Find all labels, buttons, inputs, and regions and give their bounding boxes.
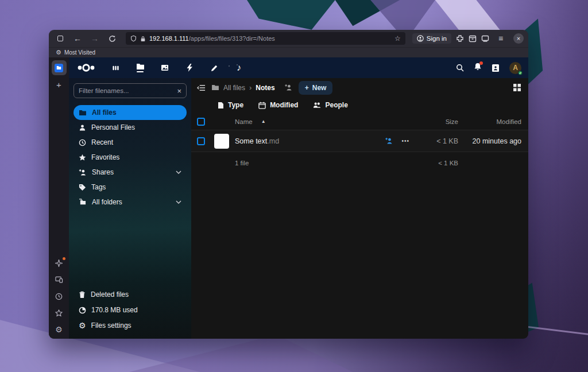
bookmarks-button[interactable] [55,308,64,317]
list-summary-row: 1 file < 1 KB [191,152,528,174]
filter-chip-label: Modified [270,101,298,109]
person-icon [79,124,86,131]
sidebar-item-shares[interactable]: Shares [74,165,187,180]
files-sidebar: × All files Personal Files Recent [69,78,191,339]
filter-filenames-box[interactable]: × [74,83,187,98]
toolbar-right-group: Sign in ≡ × [412,32,524,45]
nextcloud-header: ♪ A ✓ [69,57,528,78]
extensions-icon[interactable] [456,34,464,42]
url-path: /apps/files/files/313?dir=/Notes [189,35,275,42]
sidebar-item-all-files[interactable]: All files [74,105,187,120]
size-header-cell[interactable]: Size [409,118,458,125]
app-music[interactable]: ♪ [233,59,245,76]
sidebar-item-deleted-files[interactable]: Deleted files [74,287,187,302]
breadcrumb-current[interactable]: Notes [256,84,274,92]
url-bar[interactable]: 192.168.1.111/apps/files/files/313?dir=/… [126,32,405,45]
bookmark-gear-icon: ⚙ [56,49,61,56]
grid-view-toggle[interactable] [513,83,521,92]
app-activity[interactable] [183,59,196,76]
settings-button[interactable]: ⚙ [55,325,64,334]
clear-filter-icon[interactable]: × [177,87,181,95]
active-tab[interactable] [52,60,67,75]
chevron-down-icon[interactable] [176,200,181,204]
new-button-label: New [312,84,327,92]
sign-in-label: Sign in [427,35,447,42]
shield-icon[interactable] [130,35,137,42]
sidebar-item-personal-files[interactable]: Personal Files [74,120,187,135]
contacts-icon[interactable] [492,64,500,72]
filter-chip-people[interactable]: People [313,101,347,109]
forward-button[interactable]: → [88,32,102,45]
back-icon: ← [74,34,82,43]
filter-chip-label: Type [228,101,243,109]
nextcloud-logo[interactable] [76,63,96,73]
gear-icon: ⚙ [79,321,86,330]
history-button[interactable] [55,292,64,301]
app-files[interactable] [134,59,146,76]
sign-in-button[interactable]: Sign in [412,33,451,44]
app-photos[interactable] [158,59,171,76]
file-extension: .md [267,137,279,145]
active-app-indicator [137,71,144,72]
chevron-down-icon[interactable] [176,170,181,174]
dashboard-icon [112,64,119,72]
user-avatar[interactable]: A ✓ [509,62,521,74]
sidebar-item-label: Deleted files [91,290,129,299]
app-notes[interactable] [208,59,220,76]
calendar-icon [258,102,266,109]
header-star [237,64,238,65]
url-text[interactable]: 192.168.1.111/apps/files/files/313?dir=/… [149,35,391,42]
row-checkbox[interactable] [197,137,205,145]
reload-button[interactable] [105,32,119,45]
most-visited-bookmark[interactable]: Most Visited [64,49,95,56]
row-actions-menu[interactable]: ••• [401,138,409,144]
select-all-checkbox[interactable] [197,118,205,126]
app-dashboard[interactable] [109,59,122,76]
search-icon[interactable] [456,64,464,72]
file-name-cell[interactable]: Some text.md [214,134,373,149]
close-window-button[interactable]: × [513,33,524,44]
filter-chip-type[interactable]: Type [218,101,243,109]
modified-header-cell[interactable]: Modified [458,118,521,125]
ai-chat-button[interactable] [55,258,64,268]
back-button[interactable]: ← [71,32,84,45]
file-size-cell: < 1 KB [409,137,458,145]
notifications-button[interactable] [474,63,482,73]
breadcrumb-all-files[interactable]: All files [211,84,245,92]
sidebar-item-label: All folders [92,198,122,206]
filter-filenames-input[interactable] [79,87,177,94]
menu-button[interactable]: ≡ [494,32,508,45]
new-button[interactable]: + New [299,81,333,95]
lock-icon[interactable] [140,36,146,42]
sidebar-item-label: Shares [92,168,114,176]
sidebar-item-files-settings[interactable]: ⚙ Files settings [74,318,187,333]
sparkle-icon [55,259,63,267]
shared-icon[interactable] [385,137,393,145]
new-tab-button[interactable]: + [56,80,61,90]
share-folder-icon[interactable] [284,84,293,91]
synced-tabs-button[interactable] [55,275,64,284]
clock-icon [55,293,63,300]
name-header-cell[interactable]: Name ▲ [214,118,373,125]
sidebar-item-recent[interactable]: Recent [74,135,187,150]
file-thumbnail [214,134,229,149]
sidebar-item-all-folders[interactable]: All folders [74,195,187,210]
vertical-tabstrip: + ⚙ [49,57,69,339]
close-icon: × [517,35,520,42]
sidebar-item-tags[interactable]: Tags [74,180,187,195]
sidebar-item-favorites[interactable]: Favorites [74,150,187,165]
people-icon [313,102,321,108]
browser-window: ← → 192.168.1.111/apps/files/files/313?d… [49,30,528,339]
file-basename: Some text [235,137,267,145]
file-modified-cell: 20 minutes ago [458,137,521,145]
collapse-sidebar-icon[interactable] [197,84,206,91]
bookmark-star-icon[interactable]: ☆ [394,34,401,42]
firefox-view-button[interactable] [53,32,67,45]
file-row[interactable]: Some text.md ••• < 1 KB 20 minutes ago [191,130,528,152]
firefox-view-icon [57,36,63,41]
filter-chip-modified[interactable]: Modified [258,101,298,109]
sidebar-item-quota[interactable]: 170.8 MB used [74,303,187,317]
archive-icon[interactable] [469,35,477,42]
sidebar-toggle-icon[interactable] [481,35,489,42]
file-name: Some text.md [235,137,279,145]
